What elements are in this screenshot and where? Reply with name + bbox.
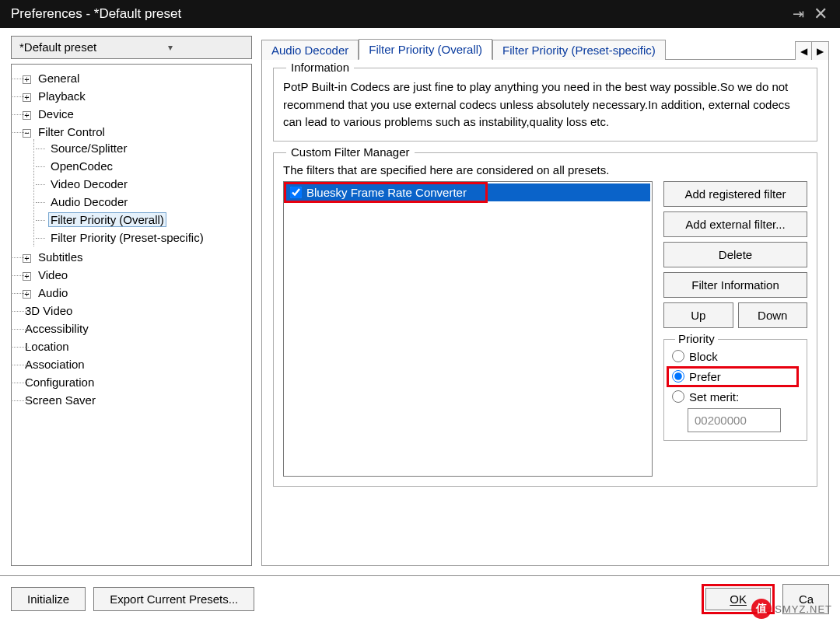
body: *Default preset ▾ +General +Playback +De… xyxy=(0,28,840,575)
left-column: *Default preset ▾ +General +Playback +De… xyxy=(11,36,252,566)
radio-label: Set merit: xyxy=(689,390,739,404)
expander-minus-icon[interactable]: − xyxy=(23,129,31,138)
filter-item-bluesky[interactable]: Bluesky Frame Rate Converter xyxy=(285,183,650,201)
down-button[interactable]: Down xyxy=(738,302,808,328)
tab-filter-priority-overall[interactable]: Filter Priority (Overall) xyxy=(359,39,492,60)
pin-icon[interactable]: ⇥ xyxy=(788,5,809,23)
tree-node-filter-priority-overall[interactable]: Filter Priority (Overall) xyxy=(36,211,247,229)
tree-node-accessibility[interactable]: Accessibility xyxy=(19,320,247,337)
tree-node-video[interactable]: +Video xyxy=(19,266,247,284)
tree-node-device[interactable]: +Device xyxy=(19,105,247,123)
preset-select[interactable]: *Default preset ▾ xyxy=(11,36,252,59)
tab-filter-priority-preset[interactable]: Filter Priority (Preset-specific) xyxy=(492,40,666,60)
radio-input[interactable] xyxy=(672,350,684,362)
tab-scroll-right-icon[interactable]: ▶ xyxy=(812,41,829,60)
tree-node-audio-decoder[interactable]: Audio Decoder xyxy=(36,193,247,211)
expander-plus-icon[interactable]: + xyxy=(23,290,31,299)
radio-input[interactable] xyxy=(672,390,684,403)
tree-node-screen-saver[interactable]: Screen Saver xyxy=(19,391,247,409)
tree-node-playback[interactable]: +Playback xyxy=(19,87,247,105)
tree-node-3d-video[interactable]: 3D Video xyxy=(19,302,247,320)
chevron-down-icon: ▾ xyxy=(168,37,173,58)
add-external-filter-button[interactable]: Add external filter... xyxy=(663,211,807,237)
tree-node-audio[interactable]: +Audio xyxy=(19,284,247,302)
tree-node-video-decoder[interactable]: Video Decoder xyxy=(36,175,247,193)
window-title: Preferences - *Default preset xyxy=(11,6,181,22)
highlight-annotation: OK xyxy=(702,584,775,614)
filter-information-button[interactable]: Filter Information xyxy=(663,272,807,298)
cancel-button[interactable]: Ca xyxy=(782,584,829,614)
cfm-description: The filters that are specified here are … xyxy=(283,163,807,176)
priority-block-radio[interactable]: Block xyxy=(672,350,799,363)
merit-value-input[interactable] xyxy=(688,408,781,432)
initialize-button[interactable]: Initialize xyxy=(11,587,86,611)
custom-filter-manager-fieldset: Custom Filter Manager The filters that a… xyxy=(273,152,817,487)
tree-node-filter-control[interactable]: −Filter Control Source/Splitter OpenCode… xyxy=(19,123,247,248)
tab-scroll-left-icon[interactable]: ◀ xyxy=(795,41,812,60)
tree-node-general[interactable]: +General xyxy=(19,69,247,87)
category-tree[interactable]: +General +Playback +Device −Filter Contr… xyxy=(11,64,252,566)
footer-bar: Initialize Export Current Presets... OK … xyxy=(0,575,840,622)
expander-plus-icon[interactable]: + xyxy=(23,111,31,120)
tree-node-location[interactable]: Location xyxy=(19,337,247,355)
cfm-legend: Custom Filter Manager xyxy=(286,145,415,159)
tree-node-source-splitter[interactable]: Source/Splitter xyxy=(36,139,247,157)
tree-node-filter-priority-preset[interactable]: Filter Priority (Preset-specific) xyxy=(36,229,247,246)
filter-item-checkbox[interactable] xyxy=(290,187,302,198)
tree-node-subtitles[interactable]: +Subtitles xyxy=(19,248,247,266)
filter-list[interactable]: Bluesky Frame Rate Converter xyxy=(283,181,653,477)
ok-button[interactable]: OK xyxy=(705,588,771,610)
up-button[interactable]: Up xyxy=(663,302,733,328)
expander-plus-icon[interactable]: + xyxy=(23,75,31,84)
tabs: Audio Decoder Filter Priority (Overall) … xyxy=(261,36,829,59)
information-fieldset: Information PotP Built-in Codecs are jus… xyxy=(273,68,817,142)
filter-item-label: Bluesky Frame Rate Converter xyxy=(306,186,467,199)
tab-scroll-buttons: ◀ ▶ xyxy=(795,40,829,59)
delete-button[interactable]: Delete xyxy=(663,242,807,267)
tree-node-association[interactable]: Association xyxy=(19,355,247,373)
expander-plus-icon[interactable]: + xyxy=(23,272,31,281)
highlight-annotation: Prefer xyxy=(667,366,799,387)
priority-fieldset: Priority Block xyxy=(663,339,807,441)
priority-prefer-radio[interactable]: Prefer xyxy=(672,370,721,383)
tab-audio-decoder[interactable]: Audio Decoder xyxy=(261,40,359,60)
priority-set-merit-radio[interactable]: Set merit: xyxy=(672,390,799,404)
information-legend: Information xyxy=(286,61,354,74)
ok-label: OK xyxy=(730,592,747,606)
tree-node-configuration[interactable]: Configuration xyxy=(19,373,247,391)
preset-selected-label: *Default preset xyxy=(19,37,96,58)
add-registered-filter-button[interactable]: Add registered filter xyxy=(663,181,807,207)
right-column: Audio Decoder Filter Priority (Overall) … xyxy=(261,36,829,566)
preferences-window: Preferences - *Default preset ⇥ ✕ *Defau… xyxy=(0,0,840,622)
expander-plus-icon[interactable]: + xyxy=(23,254,31,263)
export-presets-button[interactable]: Export Current Presets... xyxy=(93,587,254,611)
tree-node-opencodec[interactable]: OpenCodec xyxy=(36,157,247,175)
priority-legend: Priority xyxy=(675,332,718,345)
radio-label: Prefer xyxy=(689,370,721,383)
radio-label: Block xyxy=(689,350,718,363)
radio-input[interactable] xyxy=(672,370,684,383)
tab-panel: Information PotP Built-in Codecs are jus… xyxy=(261,59,829,566)
filter-buttons-column: Add registered filter Add external filte… xyxy=(663,181,807,441)
expander-plus-icon[interactable]: + xyxy=(23,93,31,102)
close-icon[interactable]: ✕ xyxy=(809,4,832,24)
information-text: PotP Built-in Codecs are just fine to pl… xyxy=(283,79,807,131)
titlebar: Preferences - *Default preset ⇥ ✕ xyxy=(0,0,840,28)
